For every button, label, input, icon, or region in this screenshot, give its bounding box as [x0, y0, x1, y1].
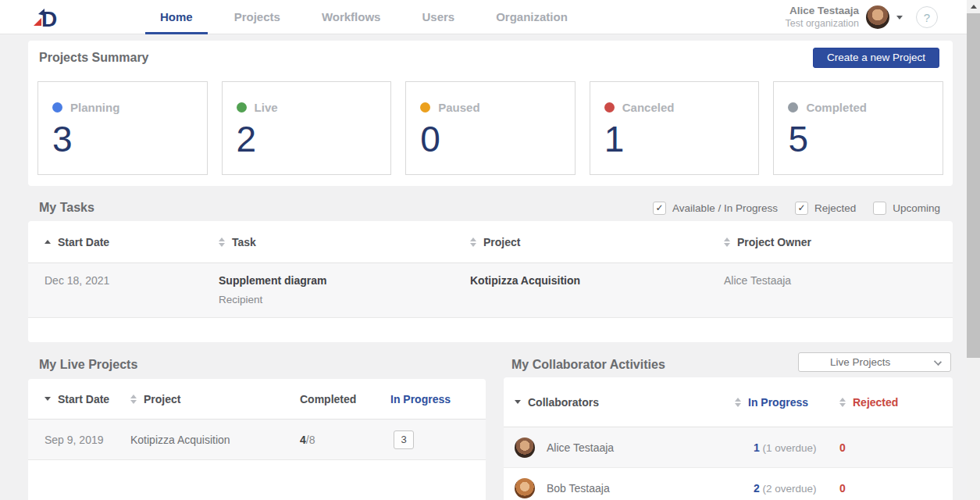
sort-icon — [219, 238, 225, 247]
projects-summary-title: Projects Summary — [39, 51, 149, 65]
column-header-completed: Completed — [300, 393, 390, 405]
sort-icon — [470, 238, 476, 247]
live-project-row[interactable]: Sep 9, 2019 Kotipizza Acquisition 4/8 3 — [28, 420, 486, 460]
sort-icon — [839, 398, 846, 407]
status-count: 2 — [237, 119, 377, 159]
my-live-projects-title: My Live Projects — [39, 358, 137, 372]
my-tasks-title: My Tasks — [39, 201, 94, 215]
status-cards-row: Planning 3 Live 2 Paused 0 Canceled 1 — [37, 81, 943, 175]
scrollbar-thumb[interactable] — [967, 13, 980, 358]
checkbox-unchecked-icon[interactable] — [873, 202, 886, 215]
task-name-cell: Supplement diagram Recipient — [219, 263, 470, 317]
checkbox-checked-icon[interactable] — [653, 202, 666, 215]
in-progress-count-button[interactable]: 3 — [394, 430, 414, 449]
projects-summary-header: Projects Summary Create a new Project — [39, 41, 939, 75]
collaborator-cell: Bob Testaaja — [515, 478, 735, 498]
filter-label: Available / In Progress — [672, 202, 778, 214]
collaborator-name: Bob Testaaja — [547, 482, 610, 495]
column-header-project[interactable]: Project — [470, 236, 724, 248]
task-row[interactable]: Dec 18, 2021 Supplement diagram Recipien… — [28, 263, 953, 318]
collaborator-activities-table: Collaborators In Progress Rejected Alice… — [504, 377, 953, 500]
status-label: Completed — [806, 101, 867, 114]
nav-tab-workflows[interactable]: Workflows — [307, 0, 396, 34]
column-header-task[interactable]: Task — [219, 236, 470, 248]
dropdown-selected-value: Live Projects — [799, 356, 890, 368]
overdue-note: (1 overdue) — [763, 442, 817, 454]
in-progress-count: 2 — [754, 482, 760, 495]
column-header-start-date[interactable]: Start Date — [45, 236, 219, 248]
column-header-collaborators[interactable]: Collaborators — [515, 396, 735, 409]
project-in-progress-cell: 3 — [390, 430, 486, 449]
nav-tab-users[interactable]: Users — [407, 0, 469, 34]
chevron-down-icon[interactable] — [896, 16, 903, 20]
column-header-in-progress[interactable]: In Progress — [735, 396, 839, 409]
status-card-canceled[interactable]: Canceled 1 — [590, 81, 760, 175]
app-logo[interactable]: D — [31, 5, 66, 34]
help-button[interactable]: ? — [916, 6, 938, 28]
vertical-scrollbar[interactable] — [967, 0, 980, 500]
completed-dot-icon — [788, 102, 798, 112]
sort-icon — [724, 238, 730, 247]
status-card-planning[interactable]: Planning 3 — [37, 81, 208, 175]
task-role: Recipient — [219, 294, 470, 305]
status-count: 5 — [788, 119, 928, 159]
dashboard-page: D Home Projects Workflows Users Organiza… — [0, 0, 980, 500]
project-filter-dropdown[interactable]: Live Projects — [798, 352, 951, 372]
scroll-up-button[interactable] — [967, 0, 980, 13]
status-count: 3 — [52, 119, 193, 159]
project-completed-cell: 4/8 — [300, 434, 390, 446]
filter-rejected[interactable]: Rejected — [795, 202, 856, 215]
project-name: Kotipizza Acquisition — [130, 434, 300, 446]
project-start-date: Sep 9, 2019 — [45, 434, 130, 446]
my-live-projects-table: Start Date Project Completed In Progress… — [28, 379, 486, 500]
tasks-table-header: Start Date Task Project Project Owner — [28, 221, 953, 263]
my-live-projects-title-row: My Live Projects — [39, 354, 137, 376]
user-organization: Test organization — [785, 18, 859, 30]
status-card-live[interactable]: Live 2 — [222, 81, 392, 175]
logo-icon: D — [31, 5, 66, 30]
my-tasks-header-row: My Tasks Available / In Progress Rejecte… — [39, 197, 940, 219]
sort-icon — [130, 395, 137, 404]
column-header-start-date[interactable]: Start Date — [45, 393, 130, 405]
my-collaborator-activities-title-row: My Collaborator Activities — [511, 354, 665, 376]
live-projects-table-header: Start Date Project Completed In Progress — [28, 379, 486, 420]
user-avatar[interactable] — [866, 5, 889, 29]
task-start-date: Dec 18, 2021 — [45, 263, 219, 317]
collaborator-avatar — [515, 438, 535, 458]
collaborator-name: Alice Testaaja — [547, 441, 614, 454]
user-menu[interactable]: Alice Testaaja Test organization ? — [785, 0, 938, 34]
status-card-paused[interactable]: Paused 0 — [405, 81, 576, 175]
column-header-rejected[interactable]: Rejected — [839, 396, 953, 409]
rejected-count: 0 — [839, 441, 953, 454]
status-card-completed[interactable]: Completed 5 — [773, 81, 943, 175]
live-dot-icon — [237, 102, 247, 112]
my-collaborator-activities-title: My Collaborator Activities — [511, 358, 665, 372]
user-name: Alice Testaaja — [785, 5, 859, 18]
collaborator-avatar — [515, 478, 535, 498]
create-project-button[interactable]: Create a new Project — [813, 48, 939, 68]
status-label: Live — [255, 101, 278, 114]
main-nav: Home Projects Workflows Users Organizati… — [145, 0, 583, 34]
column-header-project[interactable]: Project — [130, 393, 300, 405]
column-header-project-owner[interactable]: Project Owner — [724, 236, 953, 248]
rejected-count: 0 — [839, 482, 953, 495]
status-label: Paused — [438, 101, 479, 114]
canceled-dot-icon — [604, 102, 615, 112]
nav-tab-organization[interactable]: Organization — [481, 0, 583, 34]
collaborator-row[interactable]: Alice Testaaja 1 (1 overdue) 0 — [504, 427, 953, 468]
checkbox-checked-icon[interactable] — [795, 202, 808, 215]
filter-label: Rejected — [814, 202, 856, 214]
status-count: 0 — [420, 119, 561, 159]
task-filters: Available / In Progress Rejected Upcomin… — [653, 202, 940, 215]
sort-asc-icon — [45, 240, 51, 244]
filter-upcoming[interactable]: Upcoming — [873, 202, 940, 215]
task-name: Supplement diagram — [219, 274, 470, 287]
in-progress-cell: 2 (2 overdue) — [735, 482, 839, 495]
collaborator-cell: Alice Testaaja — [515, 438, 735, 458]
nav-tab-projects[interactable]: Projects — [219, 0, 295, 34]
nav-tab-home[interactable]: Home — [145, 0, 208, 34]
collaborator-row[interactable]: Bob Testaaja 2 (2 overdue) 0 — [504, 468, 953, 500]
filter-available-in-progress[interactable]: Available / In Progress — [653, 202, 778, 215]
overdue-note: (2 overdue) — [763, 483, 817, 495]
scroll-up-arrow-icon — [971, 5, 977, 9]
